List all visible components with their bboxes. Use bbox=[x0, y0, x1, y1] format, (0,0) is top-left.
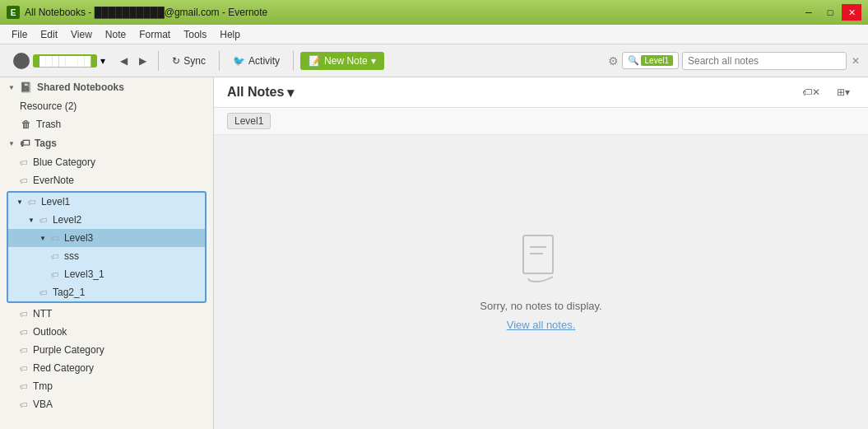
sidebar-item-ntt[interactable]: 🏷 NTT bbox=[0, 305, 213, 323]
menu-format[interactable]: Format bbox=[132, 27, 177, 42]
shared-notebooks-header[interactable]: ▼ 📓 Shared Notebooks bbox=[0, 77, 213, 97]
search-icon: 🔍 bbox=[628, 55, 639, 66]
outlook-label: Outlook bbox=[33, 326, 67, 338]
restore-button[interactable]: □ bbox=[820, 4, 840, 21]
tag-icon: 🏷 bbox=[20, 176, 28, 185]
search-clear-button[interactable]: ✕ bbox=[850, 54, 861, 68]
new-note-icon: 📝 bbox=[309, 55, 321, 67]
notes-header: All Notes ▾ 🏷✕ ⊞▾ bbox=[214, 77, 868, 108]
tag-icon: 🏷 bbox=[20, 158, 28, 167]
sync-icon: ↻ bbox=[172, 55, 180, 67]
vba-label: VBA bbox=[33, 399, 53, 410]
new-note-button[interactable]: 📝 New Note ▾ bbox=[300, 52, 384, 70]
all-notes-label: All Notes bbox=[227, 85, 284, 100]
separator-2 bbox=[219, 51, 220, 71]
search-area: ⚙ 🔍 Level1 ✕ bbox=[608, 52, 861, 70]
sidebar-item-level3[interactable]: ▼ 🏷 Level3 bbox=[8, 229, 205, 247]
menu-tools[interactable]: Tools bbox=[177, 27, 213, 42]
window-title: All Notebooks - ██████████@gmail.com - E… bbox=[25, 7, 267, 18]
tag-action-button[interactable]: 🏷✕ bbox=[797, 84, 825, 100]
sidebar-item-red-category[interactable]: 🏷 Red Category bbox=[0, 359, 213, 377]
tag-action-icon: 🏷✕ bbox=[802, 86, 820, 98]
sidebar-item-level1[interactable]: ▼ 🏷 Level1 bbox=[8, 193, 205, 211]
ntt-label: NTT bbox=[33, 308, 52, 319]
blue-category-label: Blue Category bbox=[33, 156, 95, 168]
forward-button[interactable]: ▶ bbox=[134, 52, 151, 70]
sidebar-item-evernote[interactable]: 🏷 EverNote bbox=[0, 171, 213, 189]
filter-icon: ⚙ bbox=[608, 54, 619, 68]
separator-1 bbox=[158, 51, 159, 71]
activity-button[interactable]: 🐦 Activity bbox=[226, 52, 286, 70]
view-options-button[interactable]: ⊞▾ bbox=[832, 84, 855, 100]
close-button[interactable]: ✕ bbox=[842, 4, 861, 21]
empty-text: Sorry, no notes to display. bbox=[480, 300, 601, 312]
notes-actions: 🏷✕ ⊞▾ bbox=[797, 84, 855, 100]
search-filter[interactable]: 🔍 Level1 bbox=[622, 52, 679, 69]
tag-icon-sss: 🏷 bbox=[51, 252, 59, 261]
grid-icon: ⊞▾ bbox=[837, 86, 850, 98]
sidebar-item-blue-category[interactable]: 🏷 Blue Category bbox=[0, 153, 213, 171]
level2-triangle-icon: ▼ bbox=[28, 217, 35, 224]
sync-label: Sync bbox=[183, 55, 206, 67]
purple-category-label: Purple Category bbox=[33, 344, 104, 356]
window-controls: ─ □ ✕ bbox=[799, 4, 861, 21]
selected-tag-group: ▼ 🏷 Level1 ▼ 🏷 Level2 ▼ 🏷 Level3 🏷 sss bbox=[7, 191, 207, 303]
tag-icon-purple: 🏷 bbox=[20, 346, 28, 355]
tag-icon-red: 🏷 bbox=[20, 364, 28, 373]
sidebar-item-trash[interactable]: 🗑 Trash bbox=[0, 115, 213, 133]
sidebar-item-level2[interactable]: ▼ 🏷 Level2 bbox=[8, 211, 205, 229]
sidebar-item-sss[interactable]: 🏷 sss bbox=[8, 247, 205, 265]
title-bar: E All Notebooks - ██████████@gmail.com -… bbox=[0, 0, 868, 25]
minimize-button[interactable]: ─ bbox=[799, 4, 819, 21]
sss-label: sss bbox=[64, 250, 79, 262]
level2-label: Level2 bbox=[53, 214, 81, 226]
sidebar-item-resource[interactable]: Resource (2) bbox=[0, 97, 213, 115]
sidebar-item-outlook[interactable]: 🏷 Outlook bbox=[0, 323, 213, 341]
back-button[interactable]: ◀ bbox=[115, 52, 132, 70]
nav-arrows: ◀ ▶ bbox=[115, 52, 151, 70]
menu-file[interactable]: File bbox=[5, 27, 34, 42]
level3-label: Level3 bbox=[64, 232, 93, 244]
menu-edit[interactable]: Edit bbox=[34, 27, 64, 42]
menu-view[interactable]: View bbox=[64, 27, 99, 42]
red-category-label: Red Category bbox=[33, 362, 94, 374]
sync-button[interactable]: ↻ Sync bbox=[165, 52, 212, 70]
menu-note[interactable]: Note bbox=[99, 27, 132, 42]
tag-icon-ntt: 🏷 bbox=[20, 310, 28, 319]
shared-notebooks-icon: 📓 bbox=[20, 82, 32, 93]
menu-bar: File Edit View Note Format Tools Help bbox=[0, 25, 868, 44]
separator-3 bbox=[293, 51, 294, 71]
search-input[interactable] bbox=[682, 52, 847, 70]
level1-label: Level1 bbox=[41, 196, 70, 208]
view-all-notes-link[interactable]: View all notes. bbox=[507, 319, 576, 331]
level3-triangle-icon: ▼ bbox=[39, 235, 46, 242]
trash-label: Trash bbox=[36, 119, 61, 130]
account-button[interactable]: ████████ ▾ bbox=[7, 49, 112, 72]
tags-label: Tags bbox=[35, 138, 57, 149]
toolbar: ████████ ▾ ◀ ▶ ↻ Sync 🐦 Activity 📝 New N… bbox=[0, 44, 868, 77]
sidebar-item-level3-1[interactable]: 🏷 Level3_1 bbox=[8, 265, 205, 283]
menu-help[interactable]: Help bbox=[213, 27, 247, 42]
sidebar-item-tmp[interactable]: 🏷 Tmp bbox=[0, 377, 213, 395]
sidebar: ▼ 📓 Shared Notebooks Resource (2) 🗑 Tras… bbox=[0, 77, 214, 429]
sidebar-item-vba[interactable]: 🏷 VBA bbox=[0, 395, 213, 413]
triangle-icon: ▼ bbox=[8, 84, 15, 91]
all-notes-title[interactable]: All Notes ▾ bbox=[227, 85, 294, 100]
filter-tag-label: Level1 bbox=[234, 115, 263, 127]
activity-icon: 🐦 bbox=[233, 55, 245, 67]
tag-icon-level3: 🏷 bbox=[51, 234, 59, 243]
level1-triangle-icon: ▼ bbox=[16, 198, 23, 206]
new-note-label: New Note bbox=[324, 55, 368, 67]
tags-triangle-icon: ▼ bbox=[8, 140, 15, 147]
tags-icon: 🏷 bbox=[20, 138, 30, 149]
filter-tag-level1[interactable]: Level1 bbox=[227, 113, 271, 129]
sidebar-item-tag2-1[interactable]: 🏷 Tag2_1 bbox=[8, 283, 205, 301]
tag-icon-level2: 🏷 bbox=[39, 216, 48, 225]
empty-icon bbox=[520, 234, 563, 293]
tag-icon-tmp: 🏷 bbox=[20, 382, 28, 391]
tags-header[interactable]: ▼ 🏷 Tags bbox=[0, 133, 213, 153]
sidebar-item-purple-category[interactable]: 🏷 Purple Category bbox=[0, 341, 213, 359]
tag-icon-level1: 🏷 bbox=[28, 198, 36, 207]
tag-icon-vba: 🏷 bbox=[20, 400, 28, 409]
tag-icon-level3-1: 🏷 bbox=[51, 270, 59, 279]
